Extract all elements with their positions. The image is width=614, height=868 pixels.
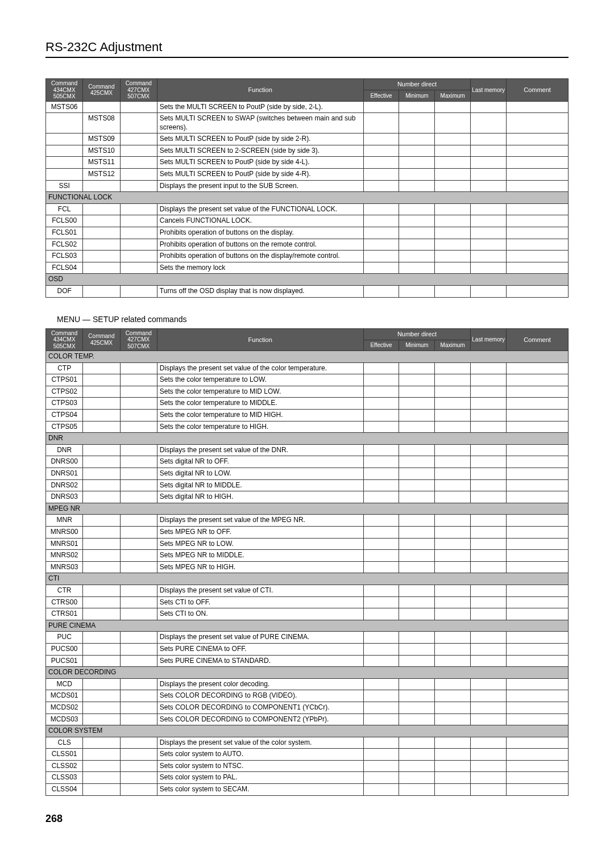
effective-cell (363, 169, 399, 181)
comment-cell (507, 145, 569, 157)
table-row: COLOR TEMP. (46, 351, 569, 363)
table-row: CTPS03Sets the color temperature to MIDD… (46, 398, 569, 410)
maximum-cell (435, 655, 471, 667)
minimum-cell (399, 479, 435, 491)
effective-cell (363, 632, 399, 644)
last-memory-cell (471, 749, 507, 761)
function-cell: Sets CTI to OFF. (157, 596, 363, 608)
cmd2-cell (83, 386, 120, 398)
table-row: MSTS08Sets MULTI SCREEN to SWAP (switche… (46, 113, 569, 133)
table-row: MNRS03Sets MPEG NR to HIGH. (46, 561, 569, 573)
cmd2-cell (83, 760, 120, 772)
last-memory-cell (471, 468, 507, 480)
comment-cell (507, 772, 569, 784)
maximum-cell (435, 421, 471, 433)
table-row: CTPS01Sets the color temperature to LOW. (46, 374, 569, 386)
cmd2-cell (83, 702, 120, 713)
cmd3-cell (120, 169, 157, 181)
function-cell: Sets MPEG NR to HIGH. (157, 561, 363, 573)
table-row: PUCS00Sets PURE CINEMA to OFF. (46, 643, 569, 655)
minimum-cell (399, 398, 435, 410)
maximum-cell (435, 374, 471, 386)
minimum-cell (399, 239, 435, 251)
last-memory-cell (471, 643, 507, 655)
cmd3-cell (120, 596, 157, 608)
cmd2-cell (83, 772, 120, 784)
effective-cell (363, 468, 399, 480)
effective-cell (363, 608, 399, 620)
effective-cell (363, 101, 399, 113)
table-row: DNRS01Sets digital NR to LOW. (46, 468, 569, 480)
cmd3-cell (120, 760, 157, 772)
cmd2-cell (83, 227, 120, 239)
comment-cell (507, 760, 569, 772)
last-memory-cell (471, 101, 507, 113)
comment-cell (507, 362, 569, 374)
effective-cell (363, 737, 399, 749)
maximum-cell (435, 608, 471, 620)
effective-cell (363, 678, 399, 690)
th-number-direct: Number direct (363, 79, 471, 90)
effective-cell (363, 456, 399, 468)
th-cmd1: Command434CMX505CMX (46, 79, 83, 102)
th-last: Last memory (471, 328, 507, 351)
page-title: RS-232C Adjustment (45, 40, 569, 58)
last-memory-cell (471, 527, 507, 539)
cmd2-cell (83, 643, 120, 655)
function-cell: Displays the present set value of PURE C… (157, 632, 363, 644)
maximum-cell (435, 262, 471, 274)
minimum-cell (399, 444, 435, 456)
cmd1-cell: CTR (46, 585, 83, 596)
cmd3-cell (120, 262, 157, 274)
table-row: MSTS12Sets MULTI SCREEN to PoutP (side b… (46, 169, 569, 181)
cmd2-cell (83, 444, 120, 456)
maximum-cell (435, 169, 471, 181)
cmd3-cell (120, 561, 157, 573)
maximum-cell (435, 251, 471, 262)
maximum-cell (435, 585, 471, 596)
table-row: FCLS04Sets the memory lock (46, 262, 569, 274)
cmd2-cell (83, 362, 120, 374)
last-memory-cell (471, 386, 507, 398)
last-memory-cell (471, 421, 507, 433)
comment-cell (507, 737, 569, 749)
cmd1-cell: DNRS00 (46, 456, 83, 468)
cmd3-cell (120, 133, 157, 145)
table-row: FCLDisplays the present set value of the… (46, 203, 569, 215)
table-row: MSTS11Sets MULTI SCREEN to PoutP (side b… (46, 157, 569, 169)
cmd1-cell (46, 169, 83, 181)
comment-cell (507, 410, 569, 422)
comment-cell (507, 169, 569, 181)
table-row: MNRDisplays the present set value of the… (46, 515, 569, 527)
cmd1-cell: FCLS02 (46, 239, 83, 251)
effective-cell (363, 133, 399, 145)
function-cell: Displays the present set value of the co… (157, 737, 363, 749)
effective-cell (363, 561, 399, 573)
table-row: FUNCTIONAL LOCK (46, 192, 569, 204)
function-cell: Displays the present set value of the co… (157, 362, 363, 374)
effective-cell (363, 203, 399, 215)
cmd2-cell (83, 456, 120, 468)
cmd1-cell: CTPS02 (46, 386, 83, 398)
cmd2-cell (83, 632, 120, 644)
table-row: FCLS01Prohibits operation of buttons on … (46, 227, 569, 239)
maximum-cell (435, 239, 471, 251)
cmd1-cell: CLSS01 (46, 749, 83, 761)
function-cell: Displays the present color decoding. (157, 678, 363, 690)
th-cmd3: Command427CMX507CMX (120, 79, 157, 102)
maximum-cell (435, 145, 471, 157)
function-cell: Sets the color temperature to HIGH. (157, 421, 363, 433)
function-cell: Sets COLOR DECORDING to RGB (VIDEO). (157, 690, 363, 702)
last-memory-cell (471, 286, 507, 298)
cmd2-cell: MSTS11 (83, 157, 120, 169)
last-memory-cell (471, 585, 507, 596)
table-row: CLSS01Sets color system to AUTO. (46, 749, 569, 761)
section-label: OSD (46, 274, 569, 286)
cmd2-cell (83, 737, 120, 749)
table-header: Command434CMX505CMX Command425CMX Comman… (46, 79, 569, 102)
minimum-cell (399, 702, 435, 713)
cmd3-cell (120, 608, 157, 620)
effective-cell (363, 180, 399, 192)
comment-cell (507, 456, 569, 468)
cmd1-cell: CTRS01 (46, 608, 83, 620)
